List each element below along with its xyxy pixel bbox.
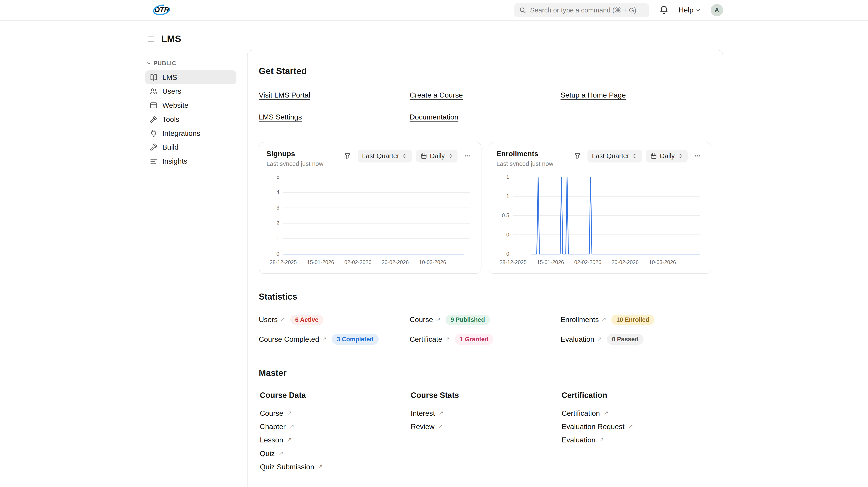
stat-label: Evaluation	[561, 335, 594, 344]
search-input[interactable]	[530, 6, 645, 14]
help-menu-button[interactable]: Help	[679, 6, 702, 14]
stat-label: Course Completed	[259, 335, 319, 344]
build-icon	[149, 143, 158, 151]
selector-icon	[447, 153, 453, 159]
more-options-button[interactable]	[462, 150, 474, 162]
svg-text:10-03-2026: 10-03-2026	[419, 259, 446, 265]
stat-label: Course	[410, 315, 433, 324]
master-item-label: Certification	[562, 409, 600, 418]
svg-text:2: 2	[276, 220, 279, 226]
svg-text:0: 0	[506, 232, 509, 238]
master-item-label: Evaluation Request	[562, 423, 625, 431]
external-link-icon: ↗	[439, 409, 443, 416]
svg-text:5: 5	[276, 174, 279, 180]
external-link-icon: ↗	[287, 409, 292, 416]
master-link-quiz[interactable]: Quiz↗	[260, 450, 410, 457]
sidebar-item-label: Website	[162, 101, 188, 110]
svg-text:4: 4	[276, 189, 279, 195]
range-select-button[interactable]: Last Quarter	[358, 150, 412, 163]
sidebar-item-label: LMS	[162, 73, 177, 82]
range-label: Last Quarter	[592, 152, 629, 160]
master-link-interest[interactable]: Interest↗	[411, 410, 561, 417]
get-started-link-visit-lms-portal[interactable]: Visit LMS Portal	[259, 91, 310, 99]
master-link-course[interactable]: Course↗	[260, 410, 410, 417]
sidebar-item-insights[interactable]: Insights	[145, 154, 237, 168]
sidebar-section-public[interactable]: PUBLIC	[145, 60, 237, 66]
sidebar-item-website[interactable]: Website	[145, 98, 237, 112]
get-started-link-setup-a-home-page[interactable]: Setup a Home Page	[561, 91, 626, 99]
search-icon	[519, 6, 526, 14]
external-link-icon: ↗	[445, 335, 450, 342]
stat-badge: 10 Enrolled	[611, 315, 654, 325]
svg-text:15-01-2026: 15-01-2026	[537, 259, 564, 265]
stats-grid: Users↗6 ActiveCourse↗9 PublishedEnrollme…	[259, 315, 711, 345]
external-link-icon: ↗	[604, 409, 609, 416]
chart-last-synced: Last synced just now	[496, 160, 553, 168]
filter-button[interactable]	[571, 150, 583, 162]
stat-link-course[interactable]: Course↗	[410, 315, 440, 324]
stat-link-users[interactable]: Users↗	[259, 315, 285, 324]
sidebar-item-tools[interactable]: Tools	[145, 112, 237, 126]
get-started-link-lms-settings[interactable]: LMS Settings	[259, 113, 302, 121]
sidebar-item-lms[interactable]: LMS	[145, 70, 237, 84]
sidebar-item-label: Insights	[162, 157, 187, 166]
master-link-quiz-submission[interactable]: Quiz Submission↗	[260, 463, 410, 470]
user-avatar[interactable]: A	[711, 4, 723, 16]
external-link-icon: ↗	[322, 335, 327, 342]
more-options-button[interactable]	[691, 150, 704, 162]
sidebar-item-users[interactable]: Users	[145, 84, 237, 98]
svg-text:28-12-2025: 28-12-2025	[500, 259, 527, 265]
sidebar-item-label: Integrations	[162, 129, 200, 138]
filter-button[interactable]	[341, 150, 353, 162]
chart-card-signups: SignupsLast synced just nowLast QuarterD…	[259, 142, 482, 274]
get-started-title: Get Started	[259, 66, 711, 76]
stat-link-evaluation[interactable]: Evaluation↗	[561, 335, 602, 344]
master-item-label: Quiz Submission	[260, 463, 314, 471]
master-link-lesson[interactable]: Lesson↗	[260, 436, 410, 444]
calendar-icon	[421, 153, 427, 160]
master-column-course-data: Course DataCourse↗Chapter↗Lesson↗Quiz↗Qu…	[259, 391, 410, 477]
external-link-icon: ↗	[289, 423, 294, 430]
master-link-chapter[interactable]: Chapter↗	[260, 423, 410, 430]
stat-link-enrollments[interactable]: Enrollments↗	[561, 315, 606, 324]
sidebar-toggle-icon[interactable]	[147, 35, 155, 43]
notifications-button[interactable]	[659, 5, 669, 15]
help-label: Help	[679, 6, 693, 14]
get-started-link-documentation[interactable]: Documentation	[410, 113, 458, 121]
master-item-label: Course	[260, 409, 283, 418]
external-link-icon: ↗	[318, 463, 323, 469]
range-select-button[interactable]: Last Quarter	[587, 150, 642, 163]
svg-text:0.5: 0.5	[502, 212, 509, 218]
master-title: Master	[259, 368, 711, 378]
master-link-certification[interactable]: Certification↗	[562, 410, 712, 417]
svg-text:1: 1	[506, 174, 509, 180]
app-logo[interactable]: OTR	[145, 3, 175, 17]
external-link-icon: ↗	[438, 423, 443, 430]
global-search[interactable]	[514, 3, 650, 17]
master-item-label: Lesson	[260, 436, 283, 444]
sidebar-item-build[interactable]: Build	[145, 140, 237, 154]
sidebar-item-integrations[interactable]: Integrations	[145, 126, 237, 140]
master-link-review[interactable]: Review↗	[411, 423, 561, 430]
external-link-icon: ↗	[287, 436, 292, 443]
svg-text:02-02-2026: 02-02-2026	[574, 259, 601, 265]
stat-link-certificate[interactable]: Certificate↗	[410, 335, 450, 344]
get-started-link-create-a-course[interactable]: Create a Course	[410, 91, 463, 99]
selector-icon	[632, 153, 638, 159]
interval-select-button[interactable]: Daily	[416, 150, 458, 163]
selector-icon	[402, 153, 408, 159]
stat-badge: 6 Active	[290, 315, 323, 325]
calendar-icon	[650, 153, 657, 160]
interval-select-button[interactable]: Daily	[646, 150, 687, 163]
website-icon	[149, 101, 158, 110]
top-navbar: OTR Help A	[0, 0, 868, 21]
master-link-evaluation[interactable]: Evaluation↗	[562, 436, 712, 444]
external-link-icon: ↗	[436, 316, 440, 322]
stat-label: Certificate	[410, 335, 442, 344]
svg-text:1: 1	[276, 236, 279, 241]
stat-badge: 0 Passed	[607, 334, 644, 345]
master-link-evaluation-request[interactable]: Evaluation Request↗	[562, 423, 712, 430]
stat-course: Course↗9 Published	[410, 315, 561, 325]
master-item-label: Chapter	[260, 423, 286, 431]
stat-link-course-completed[interactable]: Course Completed↗	[259, 335, 327, 344]
